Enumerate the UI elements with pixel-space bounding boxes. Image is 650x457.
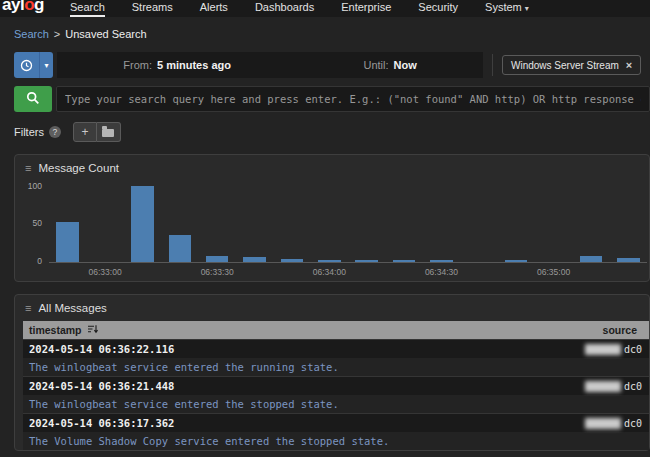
nav-item-search[interactable]: Search xyxy=(70,1,105,17)
panel-title: All Messages xyxy=(38,302,106,314)
plus-icon: + xyxy=(81,125,88,139)
chart-bar-slot xyxy=(535,185,572,262)
chart-x-tick-label: 06:34:00 xyxy=(313,267,346,277)
search-button[interactable] xyxy=(14,86,52,112)
from-label: From: xyxy=(123,59,152,71)
timestamp-cell: 2024-05-14 06:36:22.116 xyxy=(23,340,585,358)
table-row[interactable]: 2024-05-14 06:36:17.362 dc0 The Volume S… xyxy=(23,413,649,450)
chart-bar[interactable] xyxy=(393,260,415,262)
chart-bar-slot xyxy=(86,185,123,262)
chart-bar-slot xyxy=(49,185,86,262)
chart-bar[interactable] xyxy=(505,260,527,262)
folder-icon xyxy=(102,129,114,137)
messages-table: timestamp source 2024-05-14 06:36:22.116… xyxy=(23,321,649,450)
chart-bar[interactable] xyxy=(131,186,153,262)
y-tick-label: 100 xyxy=(28,181,42,191)
chart-bar-slot xyxy=(385,185,422,262)
chart-bar[interactable] xyxy=(206,256,228,262)
search-query-input[interactable] xyxy=(56,86,650,112)
until-value: Now xyxy=(394,59,417,71)
chart-bar[interactable] xyxy=(617,258,639,262)
nav-item-streams[interactable]: Streams xyxy=(132,1,173,17)
chart-bar[interactable] xyxy=(243,257,265,262)
source-cell: dc0 xyxy=(585,414,649,432)
saved-filters-button[interactable] xyxy=(97,122,121,142)
stream-filter-label: Windows Server Stream xyxy=(511,60,619,71)
chart-bar-slot xyxy=(572,185,609,262)
chart-plot-area: 06:33:0006:33:3006:34:0006:34:3006:35:00 xyxy=(49,185,647,279)
drag-handle-icon[interactable]: ≡ xyxy=(25,162,31,174)
nav-item-security[interactable]: Security xyxy=(418,1,458,17)
message-text: The Volume Shadow Copy service entered t… xyxy=(23,432,649,450)
chart-bar[interactable] xyxy=(318,260,340,262)
y-tick-label: 0 xyxy=(37,256,42,266)
time-range-row: ▾ From:5 minutes ago Until:Now Windows S… xyxy=(14,52,650,78)
table-row[interactable]: 2024-05-14 06:36:21.448 dc0 The winlogbe… xyxy=(23,376,649,413)
time-range-caret-button[interactable]: ▾ xyxy=(39,52,53,78)
filters-label: Filters xyxy=(14,126,44,138)
source-redacted-blur xyxy=(585,344,621,355)
vertical-divider xyxy=(492,54,493,76)
close-icon[interactable]: × xyxy=(626,59,632,71)
chart-x-tick-label: 06:35:00 xyxy=(537,267,570,277)
until-label: Until: xyxy=(363,59,388,71)
table-header: timestamp source xyxy=(23,321,649,339)
y-tick-label: 50 xyxy=(33,218,42,228)
chart-bar[interactable] xyxy=(281,259,303,262)
chart-bar[interactable] xyxy=(430,260,452,262)
breadcrumb-search-link[interactable]: Search xyxy=(14,28,49,40)
message-text: The winlogbeat service entered the stopp… xyxy=(23,395,649,413)
drag-handle-icon[interactable]: ≡ xyxy=(25,302,31,314)
message-text: The winlogbeat service entered the runni… xyxy=(23,358,649,376)
source-redacted-blur xyxy=(585,418,621,429)
nav-item-alerts[interactable]: Alerts xyxy=(200,1,228,17)
sort-desc-icon xyxy=(87,324,98,336)
time-range-button[interactable]: ▾ xyxy=(14,52,53,78)
chart-bar[interactable] xyxy=(355,260,377,262)
filters-row: Filters ? + xyxy=(14,122,650,142)
search-row xyxy=(14,86,650,112)
nav-item-dashboards[interactable]: Dashboards xyxy=(255,1,314,17)
caret-down-icon: ▾ xyxy=(44,61,48,70)
chart-bar[interactable] xyxy=(169,235,191,262)
column-header-source[interactable]: source xyxy=(603,324,637,336)
timestamp-cell: 2024-05-14 06:36:21.448 xyxy=(23,377,585,395)
nav-item-enterprise[interactable]: Enterprise xyxy=(341,1,391,17)
chart-x-tick-label: 06:33:30 xyxy=(201,267,234,277)
time-range-display[interactable]: From:5 minutes ago Until:Now xyxy=(57,52,483,78)
chart-y-axis: 100 50 0 xyxy=(23,185,49,263)
message-count-panel: ≡ Message Count 100 50 0 06:33:0006:33:3… xyxy=(14,154,650,282)
app-logo[interactable]: aylog xyxy=(2,0,44,11)
chart-bar-slot xyxy=(498,185,535,262)
chart-x-axis: 06:33:0006:33:3006:34:0006:34:3006:35:00 xyxy=(49,263,647,279)
message-count-panel-header: ≡ Message Count xyxy=(15,155,649,179)
chart-bar[interactable] xyxy=(580,256,602,262)
stream-filter-chip[interactable]: Windows Server Stream × xyxy=(502,55,641,75)
chart-bar-slot xyxy=(236,185,273,262)
chart-bar-slot xyxy=(610,185,647,262)
clock-icon[interactable] xyxy=(14,52,39,78)
logo-text: ayl xyxy=(2,0,24,14)
nav-item-system[interactable]: System▾ xyxy=(485,1,529,17)
message-count-chart: 100 50 0 06:33:0006:33:3006:34:0006:34:3… xyxy=(15,179,649,281)
caret-down-icon: ▾ xyxy=(525,4,529,13)
source-cell: dc0 xyxy=(585,377,649,395)
from-value: 5 minutes ago xyxy=(157,59,231,71)
help-icon[interactable]: ? xyxy=(49,126,61,138)
chart-bars xyxy=(49,185,647,263)
column-header-timestamp[interactable]: timestamp xyxy=(29,324,98,336)
logo-accent-letter: o xyxy=(24,0,34,14)
add-filter-button[interactable]: + xyxy=(73,122,97,142)
chart-bar-slot xyxy=(161,185,198,262)
nav-menu: Search Streams Alerts Dashboards Enterpr… xyxy=(70,0,529,17)
timestamp-cell: 2024-05-14 06:36:17.362 xyxy=(23,414,585,432)
chart-bar-slot xyxy=(348,185,385,262)
breadcrumb-separator: > xyxy=(54,28,60,40)
chart-bar[interactable] xyxy=(56,222,78,262)
panel-title: Message Count xyxy=(38,162,119,174)
table-row[interactable]: 2024-05-14 06:36:22.116 dc0 The winlogbe… xyxy=(23,339,649,376)
all-messages-panel: ≡ All Messages timestamp source 2024-05-… xyxy=(14,294,650,451)
chart-bar-slot xyxy=(124,185,161,262)
breadcrumb-current: Unsaved Search xyxy=(65,28,146,40)
nav-item-system-label: System xyxy=(485,1,522,13)
